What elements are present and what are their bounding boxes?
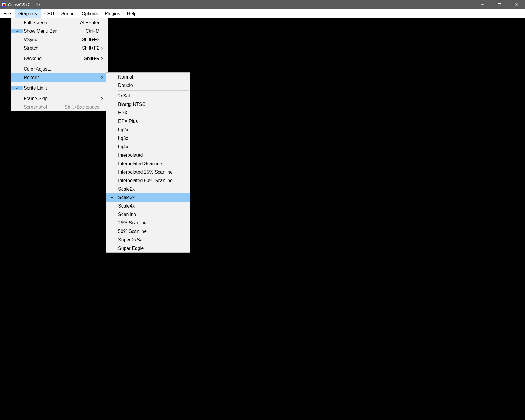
svg-rect-2 xyxy=(3,4,5,6)
menu-item-shortcut: Shift+Backspace xyxy=(59,104,99,110)
menu-bar: File Graphics CPU Sound Options Plugins … xyxy=(0,9,525,18)
render-item-25-scanline[interactable]: 25% Scanline xyxy=(106,219,190,227)
render-item-interpolated-25-scanline[interactable]: Interpolated 25% Scanline xyxy=(106,168,190,176)
render-item-epx[interactable]: EPX xyxy=(106,109,190,117)
menu-label: CPU xyxy=(44,11,54,16)
menu-item-shortcut: Ctrl+M xyxy=(73,29,99,34)
render-item-epx-plus[interactable]: EPX Plus xyxy=(106,117,190,126)
render-item-hq2x[interactable]: hq2x xyxy=(106,126,190,134)
menu-separator xyxy=(23,83,107,83)
menu-item-sprite-limit[interactable]: Sprite Limit xyxy=(11,84,108,92)
graphics-dropdown: Full Screen Alt+Enter Show Menu Bar Ctrl… xyxy=(11,18,108,111)
minimize-button[interactable] xyxy=(474,0,491,9)
menu-item-label: Normal xyxy=(118,74,187,80)
menu-item-frame-skip[interactable]: Frame Skip xyxy=(11,94,108,103)
menu-graphics[interactable]: Graphics xyxy=(15,9,41,18)
menu-item-shortcut: Shift+F2 xyxy=(73,46,99,51)
render-item-50-scanline[interactable]: 50% Scanline xyxy=(106,227,190,236)
menu-item-vsync[interactable]: VSync Shift+F3 xyxy=(11,35,108,44)
app-icon xyxy=(1,2,6,7)
menu-label: Sound xyxy=(61,11,75,16)
submenu-arrow-icon xyxy=(99,76,105,79)
menu-label: Help xyxy=(127,11,136,16)
menu-item-shortcut: Alt+Enter xyxy=(73,20,99,25)
menu-item-label: 25% Scanline xyxy=(118,220,187,226)
menu-item-show-menu-bar[interactable]: Show Menu Bar Ctrl+M xyxy=(11,27,108,35)
menu-separator xyxy=(23,93,107,93)
content-area: Full Screen Alt+Enter Show Menu Bar Ctrl… xyxy=(0,18,525,420)
menu-label: Plugins xyxy=(105,11,120,16)
menu-item-label: Show Menu Bar xyxy=(23,29,73,34)
render-item-blargg-ntsc[interactable]: Blargg NTSC xyxy=(106,100,190,109)
menu-item-label: hq3x xyxy=(118,136,187,141)
menu-item-label: Scanline xyxy=(118,212,187,217)
menu-item-label: hq2x xyxy=(118,127,187,133)
menu-item-label: Double xyxy=(118,83,187,88)
menu-item-label: Super 2xSaI xyxy=(118,237,187,243)
render-submenu: Normal Double 2xSaI Blargg NTSC EPX EPX … xyxy=(106,72,190,253)
menu-help[interactable]: Help xyxy=(123,9,140,18)
window-title: Gens/GS r7 - Idle xyxy=(8,2,40,7)
menu-item-shortcut: Shift+F3 xyxy=(73,37,99,42)
render-item-interpolated[interactable]: Interpolated xyxy=(106,151,190,159)
window-controls xyxy=(474,0,525,9)
menu-item-label: 2xSaI xyxy=(118,93,187,99)
menu-separator xyxy=(118,90,189,91)
menu-item-label: Blargg NTSC xyxy=(118,102,187,107)
menu-item-label: Sprite Limit xyxy=(23,86,73,91)
render-item-scale3x[interactable]: Scale3x xyxy=(106,193,190,202)
render-item-normal[interactable]: Normal xyxy=(106,73,190,81)
render-item-hq3x[interactable]: hq3x xyxy=(106,134,190,142)
submenu-arrow-icon xyxy=(99,57,105,60)
radio-icon xyxy=(106,196,118,199)
menu-sound[interactable]: Sound xyxy=(58,9,78,18)
menu-label: File xyxy=(4,11,11,16)
menu-item-label: Scale4x xyxy=(118,203,187,209)
menu-item-color-adjust[interactable]: Color Adjust... xyxy=(11,65,108,73)
menu-item-label: Scale3x xyxy=(118,195,187,200)
render-item-2xsai[interactable]: 2xSaI xyxy=(106,92,190,100)
menu-item-label: VSync xyxy=(23,37,73,42)
menu-label: Options xyxy=(82,11,98,16)
menu-item-full-screen[interactable]: Full Screen Alt+Enter xyxy=(11,18,108,27)
menu-options[interactable]: Options xyxy=(78,9,101,18)
render-item-interpolated-scanline[interactable]: Interpolated Scanline xyxy=(106,159,190,168)
menu-item-label: Frame Skip xyxy=(23,96,73,101)
render-item-hq4x[interactable]: hq4x xyxy=(106,142,190,151)
menu-item-label: EPX xyxy=(118,110,187,116)
maximize-button[interactable] xyxy=(491,0,508,9)
render-item-scanline[interactable]: Scanline xyxy=(106,210,190,219)
menu-cpu[interactable]: CPU xyxy=(41,9,58,18)
check-icon xyxy=(11,86,23,90)
menu-item-label: Interpolated xyxy=(118,153,187,158)
menu-item-backend[interactable]: Backend Shift+R xyxy=(11,54,108,63)
menu-separator xyxy=(23,53,107,53)
menu-item-label: Interpolated 50% Scanline xyxy=(118,178,187,183)
menu-item-label: 50% Scanline xyxy=(118,229,187,234)
submenu-arrow-icon xyxy=(99,46,105,50)
svg-rect-4 xyxy=(498,4,501,6)
svg-point-7 xyxy=(111,197,113,198)
render-item-double[interactable]: Double xyxy=(106,81,190,90)
menu-item-label: Interpolated Scanline xyxy=(118,161,187,166)
menu-item-label: Backend xyxy=(23,56,73,61)
render-item-super-eagle[interactable]: Super Eagle xyxy=(106,244,190,252)
submenu-arrow-icon xyxy=(99,97,105,100)
menu-item-screenshot[interactable]: Screenshot Shift+Backspace xyxy=(11,103,108,111)
menu-item-label: Screenshot xyxy=(23,104,59,110)
menu-item-stretch[interactable]: Stretch Shift+F2 xyxy=(11,44,108,52)
menu-label: Graphics xyxy=(18,11,37,16)
menu-item-render[interactable]: Render xyxy=(11,73,108,82)
menu-item-label: EPX Plus xyxy=(118,119,187,124)
menu-item-label: hq4x xyxy=(118,144,187,149)
menu-separator xyxy=(23,64,107,64)
render-item-scale4x[interactable]: Scale4x xyxy=(106,202,190,210)
menu-item-label: Super Eagle xyxy=(118,246,187,251)
menu-plugins[interactable]: Plugins xyxy=(101,9,123,18)
render-item-interpolated-50-scanline[interactable]: Interpolated 50% Scanline xyxy=(106,176,190,185)
render-item-super-2xsai[interactable]: Super 2xSaI xyxy=(106,236,190,244)
close-button[interactable] xyxy=(508,0,525,9)
render-item-scale2x[interactable]: Scale2x xyxy=(106,185,190,193)
menu-file[interactable]: File xyxy=(0,9,15,18)
menu-item-label: Full Screen xyxy=(23,20,73,25)
